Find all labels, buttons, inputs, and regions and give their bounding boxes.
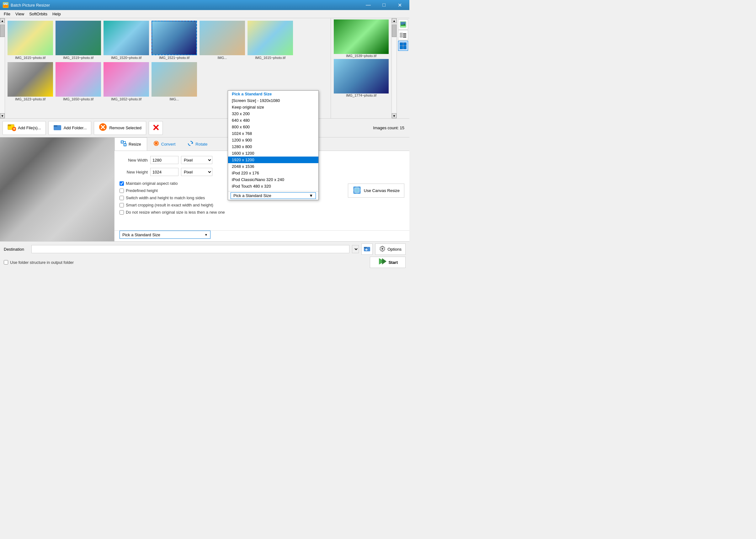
minimize-button[interactable]: — bbox=[361, 0, 375, 10]
image-label: IMG_1650~photo.tif bbox=[63, 97, 94, 101]
folder-structure-row: Use folder structure in output folder bbox=[4, 260, 74, 265]
size-dropdown-label: Pick a Standard Size bbox=[122, 232, 160, 237]
bottom-row-2: Use folder structure in output folder St… bbox=[4, 257, 406, 268]
side-thumbnails: IMG_1539~photo.tif IMG_1774~photo.tif bbox=[331, 18, 392, 118]
list-item[interactable]: IMG... bbox=[199, 21, 245, 60]
tab-convert[interactable]: Convert bbox=[147, 137, 182, 151]
clear-icon: ✕ bbox=[152, 123, 159, 133]
dropdown-item[interactable]: iPod Touch 480 x 320 bbox=[228, 183, 318, 190]
height-unit-select[interactable]: Pixel % bbox=[181, 168, 212, 176]
dropdown-item[interactable]: iPod Classic/Nano 320 x 240 bbox=[228, 176, 318, 183]
height-input[interactable] bbox=[150, 168, 179, 176]
gallery-vscrollbar[interactable]: ▲ ▼ bbox=[0, 18, 5, 118]
start-button[interactable]: Start bbox=[370, 257, 406, 268]
add-files-icon: + bbox=[7, 123, 16, 133]
toolbar: + Add File(s)... Add Folder... bbox=[0, 118, 410, 137]
tab-resize[interactable]: Resize bbox=[114, 137, 147, 151]
dropdown-item[interactable]: 640 x 480 bbox=[228, 117, 318, 123]
side-vscrollbar[interactable]: ▲ ▼ bbox=[392, 18, 397, 118]
menu-view[interactable]: View bbox=[13, 11, 27, 18]
image-label: IMG_1615~photo.tif bbox=[255, 56, 285, 60]
clear-button[interactable]: ✕ bbox=[149, 121, 163, 135]
bottom-bar: Destination O bbox=[0, 241, 410, 270]
svg-rect-29 bbox=[355, 188, 359, 192]
add-folder-label: Add Folder... bbox=[64, 125, 87, 130]
dropdown-item[interactable]: [Screen Size] - 1920x1080 bbox=[228, 97, 318, 104]
add-folder-button[interactable]: Add Folder... bbox=[48, 121, 92, 135]
dropdown-item[interactable]: 320 x 200 bbox=[228, 111, 318, 117]
dropdown-item[interactable]: 1280 x 800 bbox=[228, 143, 318, 150]
list-item[interactable]: IMG_1623~photo.tif bbox=[8, 62, 53, 101]
image-label: IMG_1520~photo.tif bbox=[111, 56, 141, 60]
list-item[interactable]: IMG_1520~photo.tif bbox=[104, 21, 149, 60]
dropdown-item[interactable]: Keep original size bbox=[228, 104, 318, 111]
side-thumbnail bbox=[334, 20, 389, 54]
view-details-button[interactable] bbox=[398, 30, 408, 40]
list-item[interactable]: IMG_1519~photo.tif bbox=[55, 21, 101, 60]
view-image-button[interactable] bbox=[398, 20, 408, 30]
maximize-button[interactable]: □ bbox=[377, 0, 391, 10]
folder-structure-checkbox[interactable] bbox=[4, 260, 8, 265]
dropdown-item[interactable]: 800 x 600 bbox=[228, 123, 318, 130]
switch-wh-label: Switch width and height to match long si… bbox=[126, 195, 205, 200]
scroll-up[interactable]: ▲ bbox=[392, 18, 397, 23]
rotate-icon bbox=[187, 140, 193, 148]
side-thumbnail bbox=[334, 59, 389, 94]
dropdown-item[interactable]: 2048 x 1536 bbox=[228, 163, 318, 170]
predefined-height-checkbox[interactable] bbox=[119, 189, 124, 193]
scroll-down[interactable]: ▼ bbox=[0, 113, 5, 118]
width-input[interactable] bbox=[150, 156, 179, 164]
canvas-resize-button[interactable]: Use Canvas Resize bbox=[348, 184, 404, 198]
dropdown-item[interactable]: 1600 x 1200 bbox=[228, 150, 318, 157]
thumbnail bbox=[8, 62, 53, 97]
view-grid-button[interactable] bbox=[398, 41, 408, 51]
dropdown-item[interactable]: 1024 x 768 bbox=[228, 130, 318, 137]
dropdown-closed-select[interactable]: Pick a Standard Size ▼ bbox=[231, 192, 316, 199]
list-item[interactable]: IMG_1774~photo.tif bbox=[332, 59, 390, 97]
menu-file[interactable]: File bbox=[1, 11, 13, 18]
menu-softorbits[interactable]: SoftOrbits bbox=[27, 11, 50, 18]
list-item[interactable]: IMG_1650~photo.tif bbox=[55, 62, 101, 101]
dropdown-item[interactable]: iPod 220 x 176 bbox=[228, 170, 318, 176]
width-unit-select[interactable]: Pixel % bbox=[181, 156, 212, 164]
image-label: IMG_1521~photo.tif bbox=[159, 56, 189, 60]
preview-image bbox=[0, 137, 114, 241]
list-item[interactable]: IMG_1615~photo.tif bbox=[248, 21, 293, 60]
no-resize-checkbox[interactable] bbox=[119, 210, 124, 215]
list-item[interactable]: IMG_1615~photo.tif bbox=[8, 21, 53, 60]
options-button[interactable]: Options bbox=[375, 244, 406, 255]
scroll-up[interactable]: ▲ bbox=[0, 18, 5, 23]
smart-crop-checkbox[interactable] bbox=[119, 203, 124, 207]
svg-rect-25 bbox=[124, 144, 126, 146]
maintain-aspect-checkbox[interactable] bbox=[119, 181, 124, 186]
thumbnail-selected bbox=[152, 21, 197, 55]
add-files-button[interactable]: + Add File(s)... bbox=[3, 121, 46, 135]
svg-rect-11 bbox=[400, 43, 403, 45]
scroll-thumb[interactable] bbox=[0, 25, 5, 37]
switch-wh-checkbox[interactable] bbox=[119, 196, 124, 200]
gallery-section: ▲ ▼ IMG_1615~photo.tif IMG_1519~photo.ti… bbox=[0, 18, 410, 118]
dropdown-item[interactable]: 1200 x 900 bbox=[228, 137, 318, 143]
dropdown-item-highlighted[interactable]: 1920 x 1200 bbox=[228, 157, 318, 163]
list-item[interactable]: IMG_1521~photo.tif bbox=[152, 21, 197, 60]
smart-crop-label: Smart cropping (result in exact width an… bbox=[126, 203, 213, 207]
size-dropdown[interactable]: Pick a Standard Size ▼ bbox=[119, 231, 210, 239]
destination-browse-button[interactable] bbox=[361, 244, 373, 255]
scroll-thumb[interactable] bbox=[392, 25, 397, 37]
remove-selected-button[interactable]: Remove Selected bbox=[94, 121, 146, 135]
menu-help[interactable]: Help bbox=[50, 11, 63, 18]
scroll-down[interactable]: ▼ bbox=[392, 113, 397, 118]
list-item[interactable]: IMG_1652~photo.tif bbox=[104, 62, 149, 101]
dropdown-item[interactable]: Pick a Standard Size bbox=[228, 91, 318, 97]
tab-rotate[interactable]: Rotate bbox=[181, 137, 213, 151]
svg-rect-6 bbox=[403, 33, 406, 34]
destination-label: Destination bbox=[4, 247, 29, 252]
list-item[interactable]: IMG_1539~photo.tif bbox=[332, 20, 390, 58]
svg-rect-20 bbox=[54, 125, 57, 127]
destination-dropdown[interactable] bbox=[352, 245, 359, 253]
destination-input[interactable] bbox=[32, 245, 349, 253]
close-button[interactable]: ✕ bbox=[392, 0, 407, 10]
list-item[interactable]: IMG... bbox=[152, 62, 197, 101]
dropdown-list[interactable]: Pick a Standard Size [Screen Size] - 192… bbox=[228, 91, 318, 191]
svg-rect-14 bbox=[404, 46, 406, 49]
